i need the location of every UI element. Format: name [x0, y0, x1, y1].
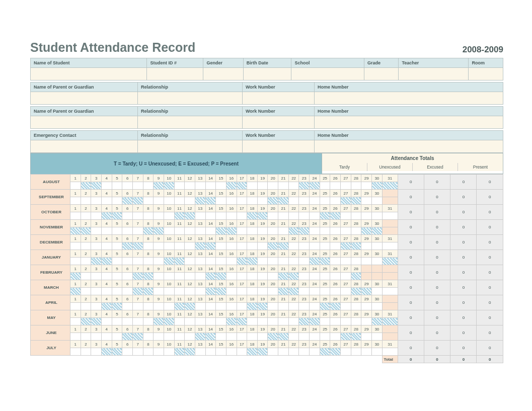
attendance-cell[interactable]: [299, 227, 310, 235]
attendance-cell[interactable]: [341, 227, 351, 235]
attendance-cell[interactable]: [257, 258, 268, 265]
attendance-cell[interactable]: [310, 182, 320, 190]
attendance-cell[interactable]: [81, 303, 91, 310]
attendance-cell[interactable]: [91, 348, 102, 356]
attendance-cell[interactable]: [132, 212, 143, 220]
val-guardian2-name[interactable]: [31, 116, 138, 129]
attendance-cell[interactable]: [70, 197, 81, 205]
attendance-cell[interactable]: [143, 227, 154, 235]
attendance-cell[interactable]: [91, 273, 102, 280]
val-emergency-home[interactable]: [315, 140, 503, 153]
attendance-cell[interactable]: [154, 333, 164, 341]
attendance-cell[interactable]: [122, 318, 133, 325]
attendance-cell[interactable]: [299, 318, 310, 325]
val-guardian2-relationship[interactable]: [138, 116, 243, 129]
val-birth-date[interactable]: [243, 68, 291, 80]
attendance-cell[interactable]: [112, 288, 122, 295]
attendance-cell[interactable]: [216, 258, 226, 265]
attendance-cell[interactable]: [101, 197, 112, 205]
val-grade[interactable]: [364, 68, 398, 80]
attendance-cell[interactable]: [320, 303, 330, 310]
attendance-cell[interactable]: [288, 212, 299, 220]
attendance-cell[interactable]: [216, 197, 226, 205]
attendance-cell[interactable]: [164, 258, 174, 265]
attendance-cell[interactable]: [310, 258, 320, 265]
val-guardian1-relationship[interactable]: [138, 92, 243, 105]
attendance-cell[interactable]: [91, 182, 102, 190]
attendance-cell[interactable]: [288, 227, 299, 235]
attendance-cell[interactable]: [143, 273, 154, 280]
attendance-cell[interactable]: [288, 303, 299, 310]
attendance-cell[interactable]: [174, 348, 185, 356]
attendance-cell[interactable]: [164, 303, 174, 310]
attendance-cell[interactable]: [310, 303, 320, 310]
attendance-cell[interactable]: [226, 212, 237, 220]
attendance-cell[interactable]: [226, 242, 237, 250]
attendance-cell[interactable]: [70, 273, 81, 280]
attendance-cell[interactable]: [70, 212, 81, 220]
attendance-cell[interactable]: [112, 318, 122, 325]
attendance-cell[interactable]: [299, 303, 310, 310]
attendance-cell[interactable]: [278, 212, 289, 220]
attendance-cell[interactable]: [185, 303, 195, 310]
attendance-cell[interactable]: [91, 197, 102, 205]
attendance-cell[interactable]: [310, 242, 320, 250]
attendance-cell[interactable]: [341, 197, 351, 205]
attendance-cell[interactable]: [257, 318, 268, 325]
attendance-cell[interactable]: [341, 318, 351, 325]
attendance-cell[interactable]: [122, 258, 133, 265]
attendance-cell[interactable]: [226, 333, 237, 341]
attendance-cell[interactable]: [372, 197, 383, 205]
attendance-cell[interactable]: [268, 303, 278, 310]
attendance-cell[interactable]: [164, 348, 174, 356]
attendance-cell[interactable]: [195, 318, 205, 325]
attendance-cell[interactable]: [101, 258, 112, 265]
attendance-cell[interactable]: [330, 227, 341, 235]
attendance-cell[interactable]: [372, 348, 383, 356]
attendance-cell[interactable]: [154, 318, 164, 325]
attendance-cell[interactable]: [216, 348, 226, 356]
attendance-cell[interactable]: [216, 318, 226, 325]
val-guardian1-work[interactable]: [243, 92, 315, 105]
attendance-cell[interactable]: [132, 303, 143, 310]
attendance-cell[interactable]: [185, 348, 195, 356]
attendance-cell[interactable]: [154, 273, 164, 280]
attendance-cell[interactable]: [257, 348, 268, 356]
attendance-cell[interactable]: [81, 242, 91, 250]
attendance-cell[interactable]: [132, 318, 143, 325]
attendance-cell[interactable]: [185, 288, 195, 295]
attendance-cell[interactable]: [122, 227, 133, 235]
attendance-cell[interactable]: [164, 273, 174, 280]
attendance-cell[interactable]: [132, 288, 143, 295]
attendance-cell[interactable]: [112, 182, 122, 190]
attendance-cell[interactable]: [143, 303, 154, 310]
attendance-cell[interactable]: [237, 318, 247, 325]
val-guardian2-work[interactable]: [243, 116, 315, 129]
attendance-cell[interactable]: [278, 348, 289, 356]
attendance-cell[interactable]: [101, 273, 112, 280]
attendance-cell[interactable]: [268, 212, 278, 220]
attendance-cell[interactable]: [278, 333, 289, 341]
attendance-cell[interactable]: [91, 227, 102, 235]
attendance-cell[interactable]: [195, 242, 205, 250]
attendance-cell[interactable]: [122, 212, 133, 220]
attendance-cell[interactable]: [216, 273, 226, 280]
attendance-cell[interactable]: [216, 333, 226, 341]
attendance-cell[interactable]: [320, 348, 330, 356]
attendance-cell[interactable]: [372, 258, 383, 265]
attendance-cell[interactable]: [205, 333, 216, 341]
attendance-cell[interactable]: [278, 182, 289, 190]
attendance-cell[interactable]: [257, 303, 268, 310]
attendance-cell[interactable]: [216, 212, 226, 220]
attendance-cell[interactable]: [320, 182, 330, 190]
attendance-cell[interactable]: [361, 197, 372, 205]
val-student-name[interactable]: [31, 68, 147, 80]
attendance-cell[interactable]: [341, 273, 351, 280]
attendance-cell[interactable]: [195, 288, 205, 295]
attendance-cell[interactable]: [174, 273, 185, 280]
attendance-cell[interactable]: [70, 242, 81, 250]
attendance-cell[interactable]: [288, 197, 299, 205]
attendance-cell[interactable]: [268, 197, 278, 205]
attendance-cell[interactable]: [174, 318, 185, 325]
attendance-cell[interactable]: [372, 227, 383, 235]
